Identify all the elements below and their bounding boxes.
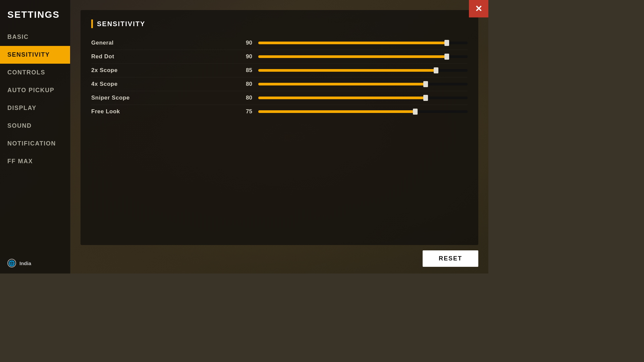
sidebar-item-ff-max[interactable]: FF MAX	[0, 153, 70, 170]
slider-row-5: Free Look75	[91, 105, 468, 118]
slider-track-2[interactable]	[258, 69, 468, 72]
slider-track-3[interactable]	[258, 83, 468, 85]
slider-track-4[interactable]	[258, 97, 468, 99]
app-title: SETTINGS	[0, 3, 70, 28]
reset-button[interactable]: RESET	[423, 250, 478, 267]
sidebar-item-sensitivity[interactable]: SENSITIVITY	[0, 46, 70, 64]
section-header: SENSITIVITY	[91, 19, 468, 28]
slider-value-3: 80	[232, 81, 252, 87]
sliders-container: General90Red Dot902x Scope854x Scope80Sn…	[91, 36, 468, 118]
slider-thumb-4[interactable]	[423, 95, 428, 101]
sidebar-item-notification[interactable]: NOTIFICATION	[0, 135, 70, 153]
slider-row-1: Red Dot90	[91, 50, 468, 64]
slider-row-3: 4x Scope80	[91, 77, 468, 91]
slider-fill-3	[258, 83, 426, 85]
sidebar: SETTINGS BASICSENSITIVITYCONTROLSAUTO PI…	[0, 0, 70, 274]
slider-value-0: 90	[232, 40, 252, 46]
slider-value-2: 85	[232, 67, 252, 74]
sidebar-item-auto-pickup[interactable]: AUTO PICKUP	[0, 81, 70, 99]
sidebar-item-controls[interactable]: CONTROLS	[0, 64, 70, 81]
slider-thumb-0[interactable]	[444, 40, 449, 46]
slider-label-0: General	[91, 40, 232, 46]
section-title-text: SENSITIVITY	[97, 20, 145, 28]
sidebar-nav: BASICSENSITIVITYCONTROLSAUTO PICKUPDISPL…	[0, 28, 70, 170]
content-panel: SENSITIVITY General90Red Dot902x Scope85…	[80, 10, 478, 245]
slider-value-5: 75	[232, 108, 252, 115]
sidebar-footer: 🌐 India	[0, 253, 70, 274]
globe-icon: 🌐	[7, 259, 16, 267]
slider-label-2: 2x Scope	[91, 67, 232, 74]
region-label: India	[19, 260, 31, 266]
slider-label-1: Red Dot	[91, 53, 232, 60]
slider-thumb-1[interactable]	[444, 54, 449, 60]
sidebar-item-sound[interactable]: SOUND	[0, 117, 70, 135]
slider-label-4: Sniper Scope	[91, 95, 232, 101]
close-icon: ✕	[475, 4, 482, 14]
bottom-bar: RESET	[80, 245, 478, 267]
slider-track-5[interactable]	[258, 110, 468, 113]
sidebar-item-display[interactable]: DISPLAY	[0, 99, 70, 117]
slider-row-0: General90	[91, 36, 468, 50]
section-title-accent	[91, 19, 93, 28]
slider-label-3: 4x Scope	[91, 81, 232, 87]
slider-track-0[interactable]	[258, 42, 468, 44]
slider-thumb-3[interactable]	[423, 81, 428, 87]
slider-track-1[interactable]	[258, 55, 468, 58]
slider-label-5: Free Look	[91, 108, 232, 115]
slider-value-1: 90	[232, 53, 252, 60]
slider-row-4: Sniper Scope80	[91, 91, 468, 105]
main-content: ✕ SENSITIVITY General90Red Dot902x Scope…	[70, 0, 488, 274]
app-layout: SETTINGS BASICSENSITIVITYCONTROLSAUTO PI…	[0, 0, 488, 274]
slider-fill-4	[258, 97, 426, 99]
slider-fill-5	[258, 110, 415, 113]
sidebar-item-basic[interactable]: BASIC	[0, 28, 70, 46]
slider-row-2: 2x Scope85	[91, 64, 468, 77]
slider-value-4: 80	[232, 95, 252, 101]
slider-thumb-2[interactable]	[434, 67, 438, 73]
slider-fill-1	[258, 55, 447, 58]
slider-fill-2	[258, 69, 436, 72]
close-button[interactable]: ✕	[469, 0, 488, 17]
slider-fill-0	[258, 42, 447, 44]
slider-thumb-5[interactable]	[413, 109, 418, 115]
